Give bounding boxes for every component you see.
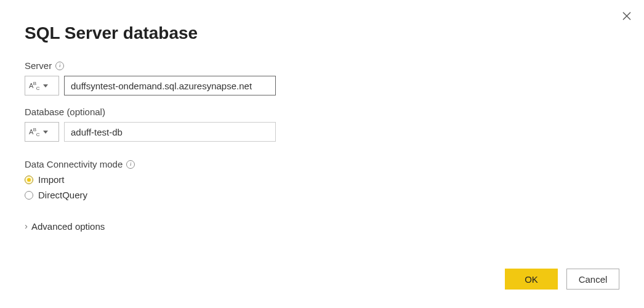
- close-icon: [622, 11, 632, 21]
- radio-button-icon: [25, 176, 33, 184]
- server-type-dropdown[interactable]: ABC: [25, 76, 59, 95]
- server-input[interactable]: [64, 76, 276, 95]
- text-type-icon: ABC: [29, 127, 39, 137]
- database-input-row: ABC: [25, 122, 619, 142]
- chevron-down-icon: [43, 131, 48, 134]
- connectivity-label: Data Connectivity mode: [25, 159, 123, 169]
- radio-import[interactable]: Import: [25, 174, 619, 185]
- connectivity-block: Data Connectivity mode i Import DirectQu…: [25, 159, 619, 200]
- connectivity-label-row: Data Connectivity mode i: [25, 159, 619, 169]
- server-input-row: ABC: [25, 76, 619, 95]
- advanced-options-label: Advanced options: [31, 221, 105, 232]
- radio-directquery[interactable]: DirectQuery: [25, 190, 619, 200]
- database-label: Database (optional): [25, 107, 105, 117]
- close-button[interactable]: [619, 9, 634, 23]
- radio-directquery-label: DirectQuery: [38, 190, 87, 200]
- dialog-footer: OK Cancel: [505, 269, 619, 290]
- info-icon[interactable]: i: [55, 62, 64, 70]
- chevron-down-icon: [43, 84, 48, 87]
- ok-button[interactable]: OK: [505, 269, 558, 290]
- chevron-right-icon: ›: [25, 221, 28, 230]
- database-input[interactable]: [64, 122, 276, 142]
- cancel-button[interactable]: Cancel: [566, 269, 619, 290]
- advanced-options-toggle[interactable]: › Advanced options: [25, 221, 619, 232]
- database-field-block: Database (optional) ABC: [25, 107, 619, 142]
- radio-button-icon: [25, 191, 33, 200]
- info-icon[interactable]: i: [126, 160, 135, 169]
- server-label: Server: [25, 60, 52, 71]
- radio-import-label: Import: [38, 174, 65, 185]
- text-type-icon: ABC: [29, 81, 39, 91]
- server-label-row: Server i: [25, 60, 619, 71]
- server-field-block: Server i ABC: [25, 60, 619, 95]
- database-label-row: Database (optional): [25, 107, 619, 117]
- database-type-dropdown[interactable]: ABC: [25, 122, 59, 142]
- dialog-title: SQL Server database: [25, 23, 619, 43]
